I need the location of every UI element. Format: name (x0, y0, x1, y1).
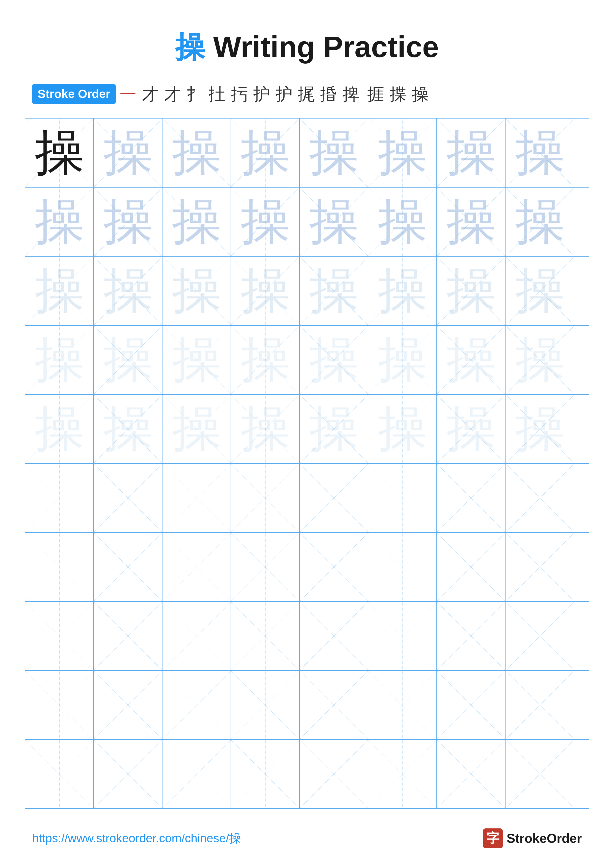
grid-cell-1-1: 操 (25, 119, 94, 187)
grid-cell-6-6 (368, 464, 437, 532)
grid-row-1: 操 操 操 操 操 操 操 (25, 119, 589, 188)
grid-cell-5-4: 操 (231, 395, 300, 463)
grid-cell-5-5: 操 (300, 395, 368, 463)
grid-cell-3-6: 操 (368, 257, 437, 325)
grid-cell-2-6: 操 (368, 188, 437, 256)
grid-cell-1-8: 操 (505, 119, 574, 187)
grid-cell-9-8 (505, 671, 574, 739)
page-title: 操 Writing Practice (0, 0, 614, 82)
grid-cell-2-1: 操 (25, 188, 94, 256)
grid-cell-1-7: 操 (437, 119, 505, 187)
stroke-14: 操 (412, 83, 429, 105)
stroke-11: 捭 (342, 83, 359, 105)
grid-cell-1-4: 操 (231, 119, 300, 187)
grid-cell-2-3: 操 (162, 188, 231, 256)
grid-cell-7-7 (437, 533, 505, 601)
stroke-10: 捪 (320, 83, 337, 105)
grid-cell-7-5 (300, 533, 368, 601)
grid-cell-9-6 (368, 671, 437, 739)
grid-cell-10-1 (25, 740, 94, 808)
stroke-9: 捤 (298, 83, 315, 105)
grid-cell-1-6: 操 (368, 119, 437, 187)
stroke-1: 一 (120, 83, 137, 105)
grid-cell-2-2: 操 (94, 188, 162, 256)
grid-cell-5-1: 操 (25, 395, 94, 463)
grid-cell-10-8 (505, 740, 574, 808)
footer-brand: 字 StrokeOrder (483, 828, 582, 848)
practice-grid: 操 操 操 操 操 操 操 (25, 118, 589, 809)
grid-cell-7-8 (505, 533, 574, 601)
grid-cell-8-1 (25, 602, 94, 670)
grid-row-8 (25, 602, 589, 671)
grid-cell-4-5: 操 (300, 326, 368, 394)
grid-cell-10-4 (231, 740, 300, 808)
stroke-order-section: Stroke Order 一 才 才 扌 扗 扝 护 护 捤 捪 捭 捱 揲 操 (0, 82, 614, 105)
stroke-13: 揲 (390, 83, 406, 105)
grid-cell-6-3 (162, 464, 231, 532)
brand-name: StrokeOrder (507, 831, 582, 846)
grid-cell-10-2 (94, 740, 162, 808)
grid-cell-9-1 (25, 671, 94, 739)
grid-cell-6-4 (231, 464, 300, 532)
grid-cell-9-2 (94, 671, 162, 739)
footer-url[interactable]: https://www.strokeorder.com/chinese/操 (32, 831, 241, 846)
grid-cell-7-6 (368, 533, 437, 601)
grid-row-10 (25, 740, 589, 808)
stroke-5: 扗 (209, 83, 225, 105)
grid-row-6 (25, 464, 589, 533)
grid-row-9 (25, 671, 589, 740)
grid-cell-7-1 (25, 533, 94, 601)
stroke-6: 扝 (231, 83, 248, 105)
stroke-4: 扌 (187, 83, 204, 105)
grid-cell-8-2 (94, 602, 162, 670)
grid-cell-8-4 (231, 602, 300, 670)
grid-cell-6-1 (25, 464, 94, 532)
grid-cell-2-7: 操 (437, 188, 505, 256)
grid-cell-4-8: 操 (505, 326, 574, 394)
grid-cell-3-7: 操 (437, 257, 505, 325)
grid-cell-7-3 (162, 533, 231, 601)
grid-cell-4-4: 操 (231, 326, 300, 394)
grid-cell-9-4 (231, 671, 300, 739)
grid-cell-8-8 (505, 602, 574, 670)
grid-cell-7-2 (94, 533, 162, 601)
grid-cell-9-3 (162, 671, 231, 739)
stroke-3: 才 (164, 83, 181, 105)
stroke-8: 护 (276, 83, 292, 105)
grid-cell-4-7: 操 (437, 326, 505, 394)
grid-cell-6-7 (437, 464, 505, 532)
grid-cell-5-2: 操 (94, 395, 162, 463)
grid-cell-3-3: 操 (162, 257, 231, 325)
grid-cell-8-5 (300, 602, 368, 670)
stroke-7: 护 (253, 83, 270, 105)
grid-cell-9-5 (300, 671, 368, 739)
grid-cell-5-3: 操 (162, 395, 231, 463)
grid-cell-8-3 (162, 602, 231, 670)
grid-cell-4-2: 操 (94, 326, 162, 394)
grid-cell-10-3 (162, 740, 231, 808)
grid-cell-4-3: 操 (162, 326, 231, 394)
grid-row-2: 操 操 操 操 操 操 操 (25, 188, 589, 257)
grid-cell-4-1: 操 (25, 326, 94, 394)
grid-cell-1-2: 操 (94, 119, 162, 187)
grid-cell-2-4: 操 (231, 188, 300, 256)
grid-cell-1-5: 操 (300, 119, 368, 187)
stroke-order-row: Stroke Order 一 才 才 扌 扗 扝 护 护 捤 捪 捭 捱 揲 操 (32, 82, 582, 105)
grid-cell-3-4: 操 (231, 257, 300, 325)
stroke-2: 才 (142, 83, 159, 105)
grid-cell-8-7 (437, 602, 505, 670)
grid-cell-10-5 (300, 740, 368, 808)
grid-cell-9-7 (437, 671, 505, 739)
grid-row-5: 操 操 操 操 操 操 操 (25, 395, 589, 464)
grid-cell-4-6: 操 (368, 326, 437, 394)
grid-cell-6-5 (300, 464, 368, 532)
footer: https://www.strokeorder.com/chinese/操 字 … (0, 828, 614, 848)
grid-row-4: 操 操 操 操 操 操 操 (25, 326, 589, 395)
title-char: 操 (175, 30, 205, 64)
grid-cell-10-7 (437, 740, 505, 808)
grid-cell-3-5: 操 (300, 257, 368, 325)
stroke-12: 捱 (367, 83, 384, 105)
grid-cell-5-6: 操 (368, 395, 437, 463)
grid-cell-3-2: 操 (94, 257, 162, 325)
title-text: Writing Practice (205, 30, 439, 64)
